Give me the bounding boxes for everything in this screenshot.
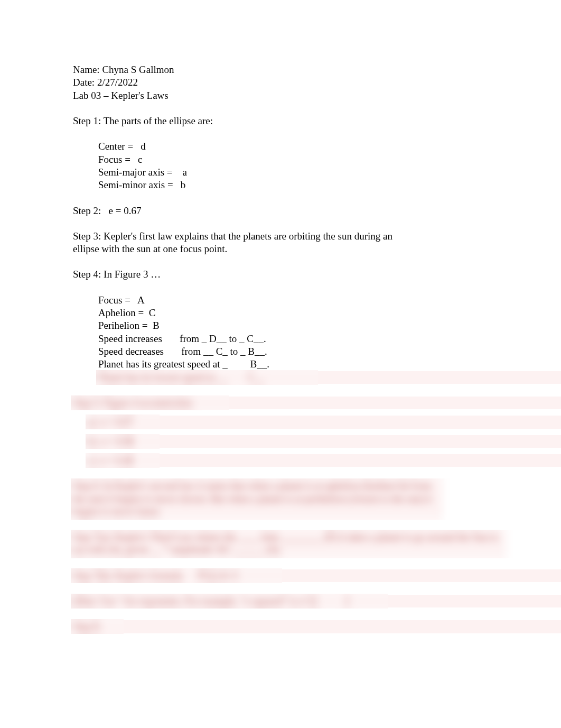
step3-paragraph: Step 3: Kepler's first law explains that… [73, 230, 419, 256]
step4-title: Step 4: In Figure 3 … [73, 268, 561, 281]
date-label: Date: [73, 77, 97, 88]
step1-semimajor: Semi-major axis = a [98, 166, 561, 179]
step1-title: Step 1: The parts of the ellipse are: [73, 115, 561, 127]
name-label: Name: [73, 64, 102, 75]
step4-aphelion: Aphelion = C [98, 307, 561, 319]
step4-speed-decreases: Speed decreases from __ C_ to _ B__. [98, 345, 561, 358]
step2-line: Step 2: e = 0.67 [73, 205, 561, 217]
step4-focus: Focus = A [98, 294, 561, 307]
step8-line: Step 8: [73, 620, 561, 633]
lab-title: Lab 03 – Kepler's Laws [73, 89, 561, 102]
date-value: 2/27/2022 [97, 77, 138, 88]
step1-focus: Focus = c [98, 153, 561, 166]
name-line: Name: Chyna S Gallmon [73, 63, 561, 76]
name-value: Chyna S Gallmon [102, 64, 174, 75]
step1-center: Center = d [98, 140, 561, 153]
date-line: Date: 2/27/2022 [73, 76, 561, 89]
step4-greatest-speed: Planet has its greatest speed at _ B__. [98, 358, 561, 371]
step1-semiminor: Semi-minor axis = b [98, 179, 561, 191]
step4-perihelion: Perihelion = B [98, 319, 561, 332]
step4-speed-increases: Speed increases from _ D__ to _ C__. [98, 333, 561, 345]
